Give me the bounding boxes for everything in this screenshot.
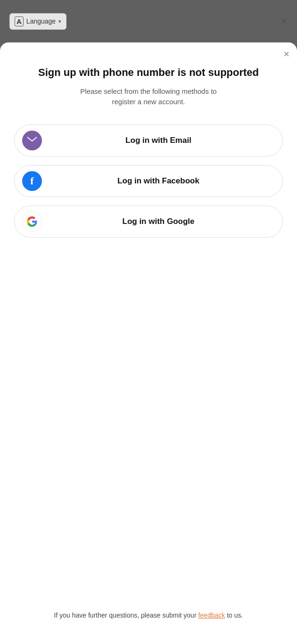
email-icon <box>22 131 42 150</box>
language-icon: A <box>15 17 24 26</box>
login-email-button[interactable]: Log in with Email <box>14 124 283 157</box>
chevron-down-icon: ▾ <box>58 18 61 25</box>
modal-title: Sign up with phone number is not support… <box>38 66 259 80</box>
footer-text: If you have further questions, please su… <box>0 610 297 620</box>
google-g-svg <box>26 216 38 227</box>
login-facebook-button[interactable]: f Log in with Facebook <box>14 165 283 197</box>
modal-close-button[interactable]: × <box>283 49 289 59</box>
modal-subtitle: Please select from the following methods… <box>68 86 229 107</box>
email-button-label: Log in with Email <box>42 136 275 145</box>
modal-content: Sign up with phone number is not support… <box>0 42 297 644</box>
top-bar: A Language ▾ × <box>0 0 297 42</box>
google-icon <box>22 212 42 231</box>
top-close-button[interactable]: × <box>280 14 288 29</box>
footer-suffix: to us. <box>225 611 243 619</box>
login-buttons-container: Log in with Email f Log in with Facebook <box>14 124 283 238</box>
language-label: Language <box>26 17 56 25</box>
facebook-icon: f <box>22 171 42 191</box>
envelope-svg <box>27 137 37 144</box>
language-button[interactable]: A Language ▾ <box>9 13 66 30</box>
login-google-button[interactable]: Log in with Google <box>14 206 283 238</box>
facebook-button-label: Log in with Facebook <box>42 176 275 186</box>
modal: × Sign up with phone number is not suppo… <box>0 42 297 644</box>
feedback-link[interactable]: feedback <box>198 611 225 619</box>
footer-prefix: If you have further questions, please su… <box>54 611 198 619</box>
google-button-label: Log in with Google <box>42 217 275 226</box>
facebook-f-letter: f <box>30 175 33 187</box>
